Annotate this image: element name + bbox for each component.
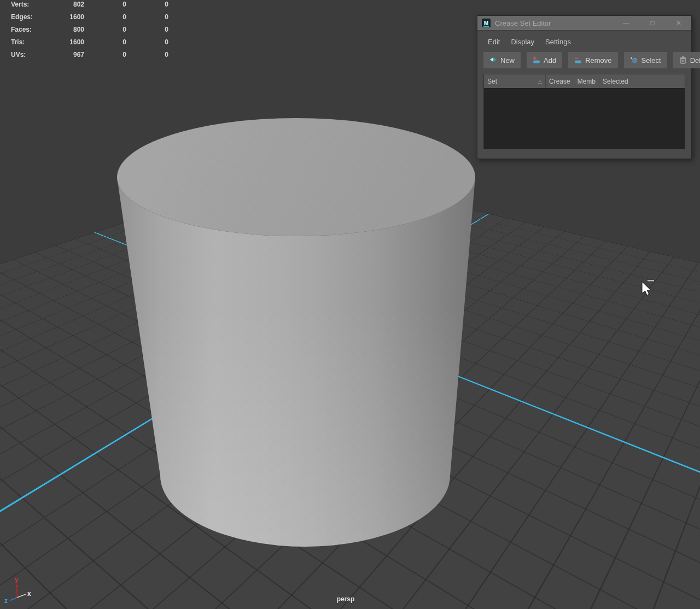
select-members-icon	[630, 56, 638, 64]
window-title: Crease Set Editor	[495, 19, 621, 27]
cylinder-top-cap[interactable]	[117, 118, 475, 236]
hud-label: Tris:	[11, 38, 46, 46]
hud-value: 0	[84, 13, 126, 21]
hud-value: 0	[126, 13, 168, 21]
hud-value: 1600	[46, 13, 84, 21]
hud-label: Edges:	[11, 13, 46, 21]
grid-plane-foreground	[0, 167, 700, 609]
hud-value: 802	[46, 1, 84, 8]
column-header-memb[interactable]: Memb	[574, 74, 599, 88]
camera-name-label: persp	[328, 595, 363, 603]
hud-value: 0	[126, 38, 168, 46]
title-bar[interactable]: M Crease Set Editor — □ ✕	[477, 16, 691, 31]
menu-edit[interactable]: Edit	[488, 38, 500, 46]
sort-ascending-icon: △	[538, 79, 542, 84]
hud-value: 0	[84, 51, 126, 58]
hud-value: 967	[46, 51, 84, 58]
hud-value: 0	[126, 26, 168, 33]
hud-value: 800	[46, 26, 84, 33]
hud-value: 0	[126, 1, 168, 8]
minimize-button[interactable]: —	[621, 19, 631, 27]
window-controls: — □ ✕	[621, 19, 687, 27]
maya-logo-icon: M	[482, 19, 491, 27]
poly-count-hud: Verts: 802 0 0 Edges: 1600 0 0 Faces: 80…	[11, 1, 168, 58]
select-button[interactable]: Select	[624, 52, 667, 68]
hud-value: 0	[84, 38, 126, 46]
hud-label: UVs:	[11, 51, 46, 58]
hud-value: 1600	[46, 38, 84, 46]
crease-set-editor-window: M Crease Set Editor — □ ✕ Edit Display S…	[477, 15, 692, 159]
add-button[interactable]: Add	[527, 52, 562, 68]
column-header-crease[interactable]: Crease	[545, 74, 574, 88]
gizmo-x-label: x	[27, 590, 31, 598]
maximize-button[interactable]: □	[648, 19, 657, 27]
cylinder-body-sheen	[117, 177, 475, 547]
cylinder-body[interactable]	[117, 177, 475, 547]
delete-button[interactable]: Delete	[673, 52, 700, 68]
hud-label: Verts:	[11, 1, 46, 8]
toolbar: New Add Remove	[477, 50, 691, 73]
column-header-set[interactable]: Set △	[484, 74, 545, 88]
grid-plane	[0, 167, 700, 609]
hud-value: 0	[84, 1, 126, 8]
gizmo-y-label: y	[15, 576, 19, 583]
crease-set-table: Set △ Crease Memb Selected	[483, 74, 685, 149]
menu-settings[interactable]: Settings	[545, 38, 571, 46]
remove-button[interactable]: Remove	[568, 52, 617, 68]
column-header-selected[interactable]: Selected	[599, 74, 685, 88]
new-set-icon	[489, 56, 497, 64]
maya-viewport[interactable]: Verts: 802 0 0 Edges: 1600 0 0 Faces: 80…	[0, 0, 700, 609]
hud-label: Faces:	[11, 26, 46, 33]
gizmo-z-label: z	[4, 597, 8, 605]
menu-display[interactable]: Display	[511, 38, 534, 46]
axis-gizmo: y x z	[3, 572, 38, 607]
remove-members-icon	[574, 56, 582, 64]
close-button[interactable]: ✕	[674, 19, 684, 27]
hud-value: 0	[126, 51, 168, 58]
hud-value: 0	[84, 26, 126, 33]
table-header-row: Set △ Crease Memb Selected	[484, 74, 685, 89]
menu-bar: Edit Display Settings	[477, 31, 691, 50]
table-body-empty[interactable]	[484, 89, 685, 149]
mouse-cursor	[640, 278, 657, 300]
new-button[interactable]: New	[483, 52, 521, 68]
add-members-icon	[533, 56, 540, 64]
delete-set-icon	[679, 56, 687, 64]
